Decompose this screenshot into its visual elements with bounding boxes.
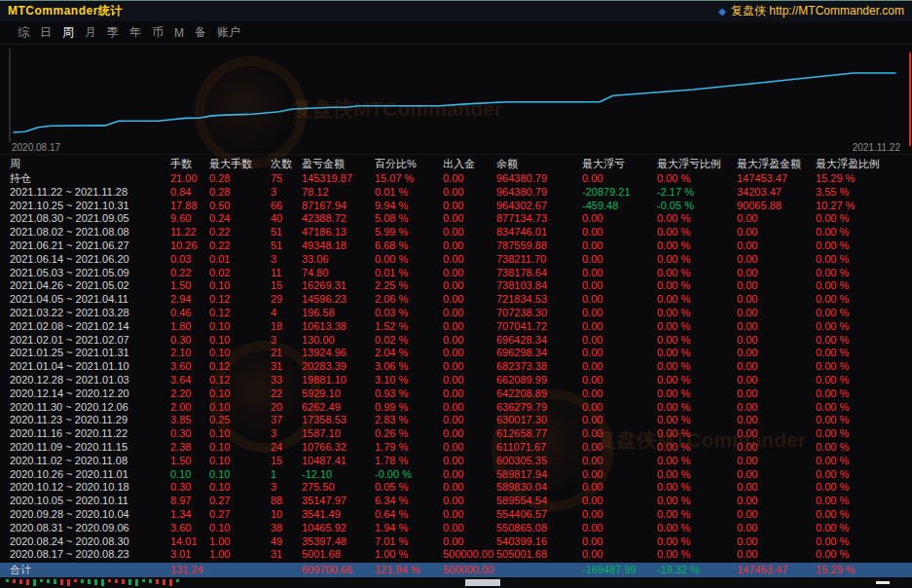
value-cell: 738211.70 <box>496 253 582 267</box>
table-row[interactable]: 2020.12.28 ~ 2021.01.033.640.123319881.1… <box>0 374 912 387</box>
value-cell: 540399.16 <box>496 535 582 549</box>
table-row[interactable]: 2021.02.08 ~ 2021.02.141.800.101810613.3… <box>0 320 912 334</box>
table-row[interactable]: 2021.01.25 ~ 2021.01.312.100.102113924.9… <box>0 347 912 360</box>
value-cell: 2.04 % <box>375 347 443 360</box>
value-cell: 0.28 <box>209 186 271 200</box>
value-cell: 609700.66 <box>302 563 375 577</box>
value-cell: -20879.21 <box>582 186 657 200</box>
value-cell: 2.06 % <box>375 293 443 307</box>
value-cell: 13924.96 <box>302 347 375 360</box>
value-cell: 721834.53 <box>496 293 582 307</box>
background-candle-tick <box>81 579 84 583</box>
table-row[interactable]: 2020.08.17 ~ 2020.08.233.011.00315001.68… <box>0 548 912 562</box>
background-candle-tick <box>122 579 125 584</box>
menu-item-6[interactable]: 币 <box>152 24 164 41</box>
value-cell: 121.94 % <box>375 563 443 577</box>
value-cell: 3541.49 <box>302 508 375 522</box>
value-cell: 78.12 <box>302 186 375 200</box>
menu-item-2[interactable]: 周 <box>62 24 74 41</box>
table-row[interactable]: 2021.04.05 ~ 2021.04.112.940.122914596.2… <box>0 293 912 307</box>
table-row[interactable]: 2020.12.14 ~ 2020.12.202.200.10225929.10… <box>0 387 912 401</box>
value-cell: 611071.67 <box>496 441 582 455</box>
value-cell: 738103.84 <box>496 279 582 293</box>
value-cell: 20283.39 <box>302 360 375 374</box>
value-cell: 147453.47 <box>737 563 816 577</box>
value-cell: 0.00 % <box>816 387 912 401</box>
value-cell: 0.84 <box>170 186 209 200</box>
value-cell: 0.30 <box>170 427 209 441</box>
value-cell: 0.00 % <box>657 172 737 186</box>
menu-item-5[interactable]: 年 <box>129 24 141 41</box>
value-cell: 0.02 <box>209 267 271 280</box>
table-row[interactable]: 2021.11.22 ~ 2021.11.280.840.28378.120.0… <box>0 186 912 200</box>
value-cell: 0.64 % <box>375 508 443 522</box>
table-row[interactable]: 2020.08.24 ~ 2020.08.3014.011.004935397.… <box>0 535 912 549</box>
table-row[interactable]: 2021.01.04 ~ 2021.01.103.600.123120283.3… <box>0 360 912 374</box>
table-row[interactable]: 2021.05.03 ~ 2021.05.090.220.021174.800.… <box>0 267 912 280</box>
menu-item-1[interactable]: 日 <box>40 24 52 41</box>
value-cell: 500000.00 <box>443 563 496 577</box>
value-cell: 0.00 % <box>816 481 912 495</box>
website-link[interactable]: 复盘侠 http://MTCommander.com <box>731 3 904 19</box>
value-cell: 6262.49 <box>302 401 375 415</box>
menu-item-4[interactable]: 季 <box>107 24 119 41</box>
period-cell: 2020.11.02 ~ 2020.11.08 <box>10 455 170 468</box>
value-cell: 75 <box>271 172 302 186</box>
value-cell: 0.00 % <box>816 226 912 239</box>
background-candle-tick <box>13 579 16 583</box>
table-row[interactable]: 2020.11.23 ~ 2020.11.293.850.253717358.5… <box>0 414 912 427</box>
column-header: 最大浮亏 <box>582 155 657 172</box>
table-row[interactable]: 2021.03.22 ~ 2021.03.280.460.124196.580.… <box>0 307 912 320</box>
value-cell: 0.00 % <box>657 279 737 293</box>
menu-item-8[interactable]: 备 <box>195 24 206 41</box>
menu-item-0[interactable]: 综 <box>18 24 29 41</box>
menu-item-7[interactable]: M <box>174 26 184 40</box>
value-cell: 0.25 <box>209 414 271 427</box>
value-cell: 11 <box>271 267 302 280</box>
table-row[interactable]: 2020.11.30 ~ 2020.12.062.000.10206262.49… <box>0 401 912 415</box>
value-cell: 0.00 % <box>816 212 912 226</box>
value-cell: 0.01 % <box>375 267 443 280</box>
value-cell: 0.00 % <box>657 455 737 468</box>
table-row[interactable]: 2021.08.30 ~ 2021.09.059.600.244042388.7… <box>0 212 912 226</box>
title-bar: MTCommander统计 ◆ 复盘侠 http://MTCommander.c… <box>0 0 912 21</box>
value-cell: 550865.08 <box>496 522 582 535</box>
table-row[interactable]: 2021.04.26 ~ 2021.05.021.500.101516269.3… <box>0 279 912 293</box>
value-cell: 0.00 <box>443 495 496 508</box>
table-row[interactable]: 2020.11.09 ~ 2020.11.152.380.102410766.3… <box>0 441 912 455</box>
value-cell: 0.00 % <box>657 522 737 535</box>
background-candle-tick <box>6 579 9 582</box>
table-row[interactable]: 2020.10.05 ~ 2020.10.118.970.278835147.9… <box>0 495 912 508</box>
table-row[interactable]: 2021.06.21 ~ 2021.06.2710.260.225149348.… <box>0 239 912 253</box>
value-cell: 0.00 % <box>657 334 737 348</box>
value-cell: 49 <box>271 535 302 549</box>
menu-item-9[interactable]: 账户 <box>217 24 240 41</box>
table-row[interactable]: 2020.11.02 ~ 2020.11.081.500.101510487.4… <box>0 455 912 468</box>
table-total-row[interactable]: 合计131.24609700.66121.94 %500000.00-16948… <box>0 563 912 577</box>
value-cell: 0.10 <box>209 387 271 401</box>
table-row[interactable]: 2020.11.16 ~ 2020.11.220.300.1031587.100… <box>0 427 912 441</box>
table-row[interactable]: 持仓21.000.2875145319.8715.07 %0.00964380.… <box>0 172 912 186</box>
table-row[interactable]: 2020.10.12 ~ 2020.10.180.300.103275.500.… <box>0 481 912 495</box>
menu-item-3[interactable]: 月 <box>85 24 96 41</box>
table-row[interactable]: 2021.02.01 ~ 2021.02.070.300.103130.000.… <box>0 334 912 348</box>
period-cell: 2020.12.28 ~ 2021.01.03 <box>10 374 170 387</box>
value-cell: 90065.88 <box>737 200 816 213</box>
table-row[interactable]: 2020.10.26 ~ 2020.11.010.100.101-12.10-0… <box>0 468 912 482</box>
value-cell: 2.10 <box>170 347 209 360</box>
table-row[interactable]: 2020.08.31 ~ 2020.09.063.600.103810465.9… <box>0 522 912 535</box>
value-cell: 0.28 <box>209 172 271 186</box>
period-cell: 2021.06.21 ~ 2021.06.27 <box>10 239 170 253</box>
background-candle-tick <box>26 579 29 585</box>
table-row[interactable]: 2021.10.25 ~ 2021.10.3117.880.506687167.… <box>0 200 912 213</box>
period-cell: 2021.03.22 ~ 2021.03.28 <box>10 307 170 320</box>
table-row[interactable]: 2021.06.14 ~ 2021.06.200.030.01333.060.0… <box>0 253 912 267</box>
value-cell: 0.00 <box>582 279 657 293</box>
value-cell: 17358.53 <box>302 414 375 427</box>
table-row[interactable]: 2021.08.02 ~ 2021.08.0811.220.225147186.… <box>0 226 912 239</box>
value-cell: -459.48 <box>582 200 657 213</box>
table-row[interactable]: 2020.09.28 ~ 2020.10.041.340.27103541.49… <box>0 508 912 522</box>
background-candle-tick <box>163 579 165 585</box>
background-candle-tick <box>54 579 56 584</box>
period-cell: 2021.11.22 ~ 2021.11.28 <box>10 186 170 200</box>
